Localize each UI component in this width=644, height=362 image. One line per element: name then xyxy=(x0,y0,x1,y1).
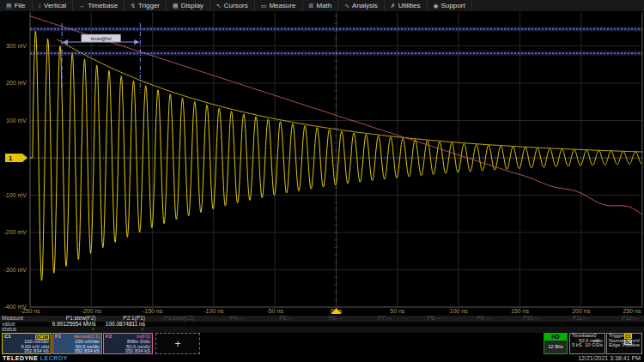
x-axis-tick-label: -150 ns xyxy=(134,308,172,314)
param-value-p2[interactable]: 100.0874811 ns xyxy=(101,322,151,328)
y-axis-tick-label: -300 mV xyxy=(0,267,27,274)
menu-label: Measure xyxy=(269,2,295,9)
menu-trigger[interactable]: ↯Trigger xyxy=(125,0,167,11)
param-value-p5[interactable] xyxy=(249,322,299,328)
menu-label: Vertical xyxy=(44,2,66,9)
param-status-p7[interactable] xyxy=(348,327,398,333)
trace-descriptor-f1[interactable]: F1 demod(C1) 100 mV/div 50.0 ns/div 352.… xyxy=(52,333,102,354)
param-value-p4[interactable] xyxy=(200,322,250,328)
menu-vertical[interactable]: ↕Vertical xyxy=(33,0,74,11)
y-axis-tick-label: 300 mV xyxy=(0,43,27,50)
x-axis-tick-label: -250 ns xyxy=(11,308,49,314)
param-label-p5[interactable]: P5:--- xyxy=(249,316,299,322)
measure-row-header: Measure xyxy=(2,316,50,322)
param-label-p3[interactable]: P3:slew(C2) xyxy=(150,316,200,322)
menu-support[interactable]: ◉Support xyxy=(428,0,472,11)
oscilloscope-screen: ▤File↕Vertical↔Timebase↯Trigger▦Display↖… xyxy=(0,0,644,362)
param-label-p12[interactable]: P12:--- xyxy=(595,316,644,322)
param-label-p4[interactable]: P4:--- xyxy=(200,316,250,322)
measure-row-header: status xyxy=(2,327,50,333)
param-status-p9[interactable] xyxy=(447,327,496,333)
param-value-p8[interactable] xyxy=(398,322,447,328)
brand-logo: TELEDYNE LECROY xyxy=(3,355,68,362)
menu-label: Utilities xyxy=(398,2,421,9)
param-value-p3[interactable] xyxy=(150,322,200,328)
menu-timebase[interactable]: ↔Timebase xyxy=(73,0,125,11)
f1-samples: 352.834 kS xyxy=(53,349,101,354)
add-trace-button[interactable]: + xyxy=(155,333,200,354)
menu-label: Support xyxy=(441,2,465,9)
f2-samples: 352.834 kS xyxy=(104,349,152,354)
y-axis-tick-label: -100 mV xyxy=(0,192,27,199)
plot-area[interactable] xyxy=(30,9,642,307)
analysis-icon: ∿ xyxy=(344,0,349,11)
param-value-p11[interactable] xyxy=(545,322,595,328)
c1-ground-marker-label: 1 xyxy=(9,154,12,162)
measure-row-labels: MeasureP1:slew(F2)P2:1(P1)P3:slew(C2)P4:… xyxy=(0,315,644,322)
c1-label: C1 xyxy=(4,334,11,340)
param-label-p2[interactable]: P2:1(P1) xyxy=(101,316,151,322)
utilities-icon: ✗ xyxy=(391,0,396,11)
timebase-samples: 5 kS xyxy=(572,343,582,348)
f2-label: F2 xyxy=(106,334,112,340)
display-icon: ▦ xyxy=(173,0,179,11)
param-label-p7[interactable]: P7:--- xyxy=(348,316,398,322)
channel-descriptor-c1[interactable]: C1 DC1M 100 mV/div 0.00 mV ofst 352.834 … xyxy=(2,333,52,354)
menu-utilities[interactable]: ✗Utilities xyxy=(385,0,428,11)
trace-descriptor-f2[interactable]: F2 ln(F1) 868e-3/div 50.0 ns/div 352.834… xyxy=(103,333,153,354)
menu-measure[interactable]: ▭Measure xyxy=(255,0,303,11)
param-label-p1[interactable]: P1:slew(F2) xyxy=(52,316,101,322)
param-status-p3[interactable] xyxy=(150,327,200,333)
hd-mode-box[interactable]: HD 12 Bits xyxy=(544,333,568,354)
param-status-p5[interactable] xyxy=(249,327,299,333)
x-axis-tick-label: 0 ns xyxy=(318,308,355,314)
param-status-p1[interactable]: ✓ xyxy=(52,327,101,333)
menu-file[interactable]: ▤File xyxy=(0,0,33,11)
footer-bar: TELEDYNE LECROY 12/21/2021 3:38:41 PM xyxy=(0,355,644,362)
menu-analysis[interactable]: ∿Analysis xyxy=(338,0,385,11)
menu-display[interactable]: ▦Display xyxy=(167,0,210,11)
x-axis-tick-label: 250 ns xyxy=(613,308,644,314)
trigger-box[interactable]: Trigger C1 DC Normal 0 mV Edge Positive xyxy=(606,333,642,354)
y-axis-tick-label: -200 mV xyxy=(0,229,27,236)
file-icon: ▤ xyxy=(6,0,12,11)
math-icon: ⊞ xyxy=(309,0,314,11)
support-icon: ◉ xyxy=(434,0,439,11)
timebase-rate: 10 GS/s xyxy=(585,343,603,348)
param-status-p10[interactable] xyxy=(496,327,546,333)
trigger-icon: ↯ xyxy=(131,0,136,11)
param-value-p12[interactable] xyxy=(595,322,644,328)
menu-math[interactable]: ⊞Math xyxy=(303,0,339,11)
param-label-p9[interactable]: P9:--- xyxy=(447,316,496,322)
timebase-box[interactable]: Timebase 0 ns 50.0 ns/div 5 kS 10 GS/s xyxy=(569,333,605,354)
param-value-p9[interactable] xyxy=(447,322,496,328)
param-value-p7[interactable] xyxy=(348,322,398,328)
vertical-icon: ↕ xyxy=(39,0,42,11)
x-axis-tick-label: -100 ns xyxy=(195,308,233,314)
menu-bar: ▤File↕Vertical↔Timebase↯Trigger▦Display↖… xyxy=(0,0,644,12)
param-label-p11[interactable]: P11:--- xyxy=(545,316,595,322)
param-value-p6[interactable] xyxy=(299,322,349,328)
measure-table: MeasureP1:slew(F2)P2:1(P1)P3:slew(C2)P4:… xyxy=(0,315,644,334)
param-label-p10[interactable]: P10:--- xyxy=(496,316,546,322)
menu-label: Math xyxy=(316,2,331,9)
measure-icon: ▭ xyxy=(261,0,267,11)
param-label-p6[interactable]: P6:--- xyxy=(299,316,349,322)
param-status-p12[interactable] xyxy=(595,327,644,333)
param-status-p11[interactable] xyxy=(545,327,595,333)
param-status-p2[interactable]: ✓ xyxy=(101,327,151,333)
menu-label: File xyxy=(15,2,26,9)
menu-label: Analysis xyxy=(352,2,378,9)
menu-label: Timebase xyxy=(88,2,118,9)
param-status-p6[interactable] xyxy=(299,327,349,333)
param-status-p8[interactable] xyxy=(398,327,447,333)
param-status-p4[interactable] xyxy=(200,327,250,333)
menu-cursors[interactable]: ↖Cursors xyxy=(210,0,255,11)
cursors-icon: ↖ xyxy=(216,0,222,11)
x-axis-tick-label: 50 ns xyxy=(379,308,416,314)
hd-label: HD xyxy=(544,334,567,341)
param-label-p8[interactable]: P8:--- xyxy=(398,316,447,322)
y-axis-tick-label: 200 mV xyxy=(0,80,27,87)
param-value-p1[interactable]: 9.99125954 MV/s xyxy=(52,322,101,328)
param-value-p10[interactable] xyxy=(496,322,546,328)
